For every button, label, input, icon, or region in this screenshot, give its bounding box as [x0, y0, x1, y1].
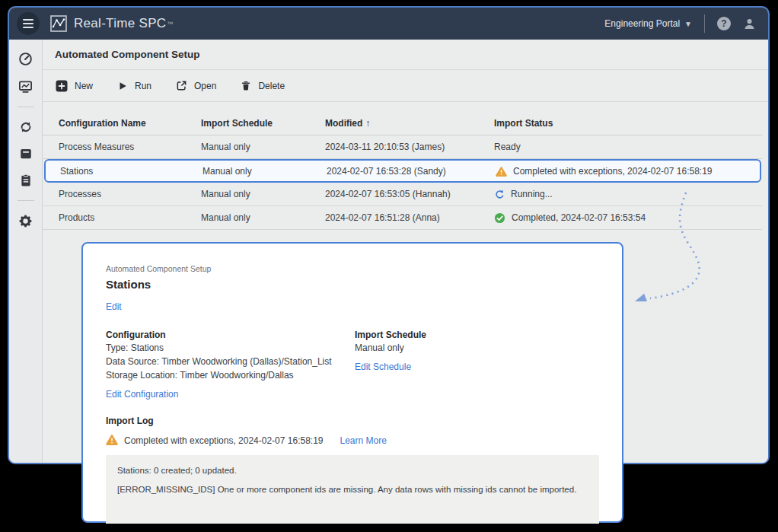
edit-link[interactable]: Edit — [106, 301, 122, 312]
cell-modified: 2024-03-11 20:10:53 (James) — [325, 142, 494, 152]
sort-ascending-icon: ↑ — [365, 118, 370, 129]
panel-eyebrow: Automated Component Setup — [106, 264, 599, 273]
table-row-products[interactable]: Products Manual only 2024-02-07 16:51:28… — [43, 206, 762, 230]
cell-modified: 2024-02-07 16:53:28 (Sandy) — [327, 166, 496, 177]
running-refresh-icon — [494, 189, 505, 199]
sync-icon[interactable] — [19, 120, 33, 134]
left-sidebar — [9, 40, 43, 463]
cell-status: Running... — [494, 189, 762, 199]
run-button-label: Run — [135, 81, 151, 91]
delete-button[interactable]: Delete — [241, 80, 285, 91]
cell-name: Stations — [60, 166, 202, 177]
import-schedule-heading: Import Schedule — [355, 330, 599, 340]
table-row-process-measures[interactable]: Process Measures Manual only 2024-03-11 … — [43, 135, 762, 159]
settings-gear-icon[interactable] — [18, 214, 33, 228]
run-button[interactable]: Run — [117, 81, 151, 91]
cell-schedule: Manual only — [201, 212, 325, 223]
column-modified[interactable]: Modified↑ — [325, 118, 494, 129]
configuration-storage-location: Storage Location: Timber Woodworking/Dal… — [106, 370, 355, 381]
import-log-output: Stations: 0 created; 0 updated. [ERROR_M… — [106, 455, 599, 524]
stations-detail-panel: Automated Component Setup Stations Edit … — [81, 242, 623, 523]
cell-name: Processes — [59, 189, 201, 199]
cell-name: Process Measures — [59, 142, 201, 152]
plus-square-icon — [56, 80, 68, 92]
sidebar-divider — [18, 200, 34, 201]
column-import-status[interactable]: Import Status — [494, 118, 762, 129]
cell-status: Ready — [494, 142, 762, 152]
portal-label: Engineering Portal — [604, 18, 680, 29]
trademark: ™ — [167, 21, 173, 27]
new-button-label: New — [75, 81, 93, 91]
log-line-error: [ERROR_MISSING_IDS] One or more componen… — [117, 485, 588, 494]
inbox-icon[interactable] — [19, 147, 33, 161]
log-line-summary: Stations: 0 created; 0 updated. — [117, 466, 588, 475]
cell-modified: 2024-02-07 16:53:05 (Hannah) — [325, 189, 494, 199]
edit-configuration-link[interactable]: Edit Configuration — [106, 389, 178, 400]
table-header-row: Configuration Name Import Schedule Modif… — [43, 112, 762, 135]
cell-status: Completed with exceptions, 2024-02-07 16… — [496, 166, 760, 177]
play-icon — [117, 81, 128, 91]
toolbar: New Run — [43, 70, 768, 102]
warning-icon — [496, 166, 507, 177]
table-row-processes[interactable]: Processes Manual only 2024-02-07 16:53:0… — [43, 183, 762, 206]
cell-status: Completed, 2024-02-07 16:53:54 — [494, 212, 762, 224]
page-title: Automated Component Setup — [55, 49, 200, 60]
app-title: Real-Time SPC — [74, 16, 166, 31]
chevron-down-icon: ▼ — [684, 20, 692, 28]
cell-modified: 2024-02-07 16:51:28 (Anna) — [325, 212, 494, 223]
import-log-section: Import Log Completed with exceptions, 20… — [106, 416, 599, 524]
top-bar: Real-Time SPC™ Engineering Portal ▼ ? — [9, 8, 768, 40]
edit-schedule-link[interactable]: Edit Schedule — [355, 362, 411, 372]
import-schedule-section: Import Schedule Manual only Edit Schedul… — [355, 330, 599, 400]
app-logo: Real-Time SPC™ — [50, 15, 173, 32]
open-button-label: Open — [194, 81, 216, 91]
dashboard-gauge-icon[interactable] — [18, 52, 33, 66]
spc-chart-logo-icon — [50, 15, 67, 32]
configuration-section: Configuration Type: Stations Data Source… — [106, 330, 355, 400]
success-check-icon — [494, 212, 505, 224]
import-log-heading: Import Log — [106, 416, 599, 426]
screenshot-stage: Real-Time SPC™ Engineering Portal ▼ ? — [0, 0, 778, 532]
configurations-table: Configuration Name Import Schedule Modif… — [43, 112, 762, 230]
table-row-stations-selected[interactable]: Stations Manual only 2024-02-07 16:53:28… — [44, 159, 761, 183]
panel-title: Stations — [106, 278, 599, 291]
hamburger-menu-icon[interactable] — [17, 12, 40, 35]
import-log-status-text: Completed with exceptions, 2024-02-07 16… — [124, 435, 324, 446]
cell-schedule: Manual only — [201, 142, 325, 152]
warning-icon — [106, 434, 118, 448]
cell-schedule: Manual only — [202, 166, 327, 177]
cell-name: Products — [59, 212, 201, 223]
import-schedule-value: Manual only — [355, 342, 599, 354]
cell-schedule: Manual only — [201, 189, 325, 199]
delete-button-label: Delete — [258, 81, 285, 91]
new-button[interactable]: New — [56, 80, 93, 92]
user-account-icon[interactable] — [743, 18, 756, 30]
open-button[interactable]: Open — [176, 80, 216, 91]
configuration-heading: Configuration — [106, 330, 355, 340]
sidebar-divider — [18, 107, 34, 107]
page-title-bar: Automated Component Setup — [43, 40, 768, 70]
portal-selector[interactable]: Engineering Portal ▼ — [604, 18, 692, 29]
monitor-chart-icon[interactable] — [18, 79, 33, 94]
open-in-new-icon — [176, 80, 187, 91]
learn-more-link[interactable]: Learn More — [340, 435, 387, 446]
trash-icon — [241, 80, 251, 91]
clipboard-icon[interactable] — [19, 174, 33, 187]
help-icon[interactable]: ? — [717, 17, 731, 30]
configuration-data-source: Data Source: Timber Woodworking (Dallas)… — [106, 356, 355, 368]
configuration-type: Type: Stations — [106, 342, 355, 354]
column-import-schedule[interactable]: Import Schedule — [201, 118, 325, 129]
topbar-divider — [704, 14, 705, 33]
column-configuration-name[interactable]: Configuration Name — [59, 118, 201, 129]
